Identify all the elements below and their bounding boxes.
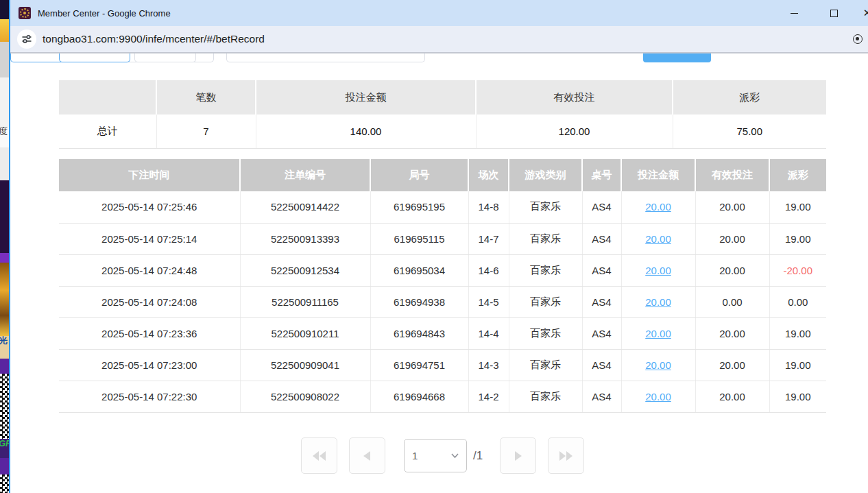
page-content: 笔数 投注金额 有效投注 派彩 总计 7 140.00 120.00 75.00 <box>10 53 868 493</box>
bet-amount-link[interactable]: 20.00 <box>645 265 671 276</box>
session-cell: 14-4 <box>468 317 509 349</box>
left-arrow-icon <box>363 451 370 461</box>
col-header-round-id: 局号 <box>370 159 468 191</box>
col-header-game-type: 游戏类别 <box>509 159 582 191</box>
col-header-session: 场次 <box>468 159 509 191</box>
valid-bet-cell: 0.00 <box>695 286 769 317</box>
valid-bet-cell: 20.00 <box>695 254 769 286</box>
bet-time-cell: 2025-05-14 07:25:46 <box>59 191 240 223</box>
bg-purple-bar <box>0 359 9 374</box>
records-body: 2025-05-14 07:25:46 522500914422 6196951… <box>59 191 826 412</box>
table-no-cell: AS4 <box>582 223 621 254</box>
session-cell: 14-3 <box>468 349 509 381</box>
valid-bet-cell: 20.00 <box>695 317 769 349</box>
game-type-cell: 百家乐 <box>509 286 582 317</box>
bet-id-cell: 522500908022 <box>240 381 370 412</box>
bet-id-cell: 522500912534 <box>240 254 370 286</box>
total-label-cell: 总计 <box>59 115 156 148</box>
table-row: 2025-05-14 07:22:30 522500908022 6196946… <box>59 381 826 412</box>
site-settings-tune-icon[interactable] <box>17 29 36 49</box>
col-header-bet-time: 下注时间 <box>59 159 240 191</box>
total-valid-bet-cell: 120.00 <box>476 115 673 148</box>
double-right-arrow-icon <box>559 451 572 461</box>
valid-bet-cell: 20.00 <box>695 349 769 381</box>
browser-window: Member Center - Google Chrome ✕ tongbao3… <box>9 0 868 493</box>
page-select-value: 1 <box>412 450 418 461</box>
bet-time-cell: 2025-05-14 07:24:08 <box>59 286 240 317</box>
round-id-cell: 619695115 <box>370 223 468 254</box>
bg-text-mid: 光 <box>0 336 9 345</box>
close-button[interactable]: ✕ <box>860 0 868 26</box>
summary-header-bet-amount: 投注金额 <box>256 80 476 115</box>
bet-amount-link[interactable]: 20.00 <box>645 201 671 213</box>
payout-cell: 19.00 <box>769 349 826 381</box>
prev-page-button[interactable] <box>349 437 385 474</box>
summary-header-payout: 派彩 <box>673 80 826 115</box>
bg-gray-block <box>0 42 9 77</box>
game-type-cell: 百家乐 <box>509 381 582 412</box>
bet-amount-cell: 20.00 <box>621 381 695 412</box>
filter-button-cut-2[interactable] <box>134 53 196 62</box>
game-type-cell: 百家乐 <box>509 223 582 254</box>
first-page-button[interactable] <box>301 437 337 474</box>
payout-cell: -20.00 <box>769 254 826 286</box>
double-left-arrow-icon <box>313 451 326 461</box>
bet-amount-link[interactable]: 20.00 <box>645 391 671 402</box>
bet-amount-link[interactable]: 20.00 <box>645 328 671 339</box>
bg-light-block <box>0 77 9 127</box>
search-button-cut[interactable] <box>643 53 711 62</box>
game-type-cell: 百家乐 <box>509 317 582 349</box>
target-icon[interactable] <box>853 34 863 44</box>
game-type-cell: 百家乐 <box>509 349 582 381</box>
round-id-cell: 619694938 <box>370 286 468 317</box>
minimize-button[interactable] <box>787 0 801 26</box>
summary-total-row: 总计 7 140.00 120.00 75.00 <box>59 115 826 148</box>
bet-id-cell: 522500911165 <box>240 286 370 317</box>
bet-time-cell: 2025-05-14 07:22:30 <box>59 381 240 412</box>
round-id-cell: 619694668 <box>370 381 468 412</box>
bet-amount-cell: 20.00 <box>621 349 695 381</box>
bet-time-cell: 2025-05-14 07:24:48 <box>59 254 240 286</box>
page-select[interactable]: 1 <box>404 439 467 472</box>
bg-qr-code-fragment <box>0 374 9 439</box>
payout-cell: 19.00 <box>769 317 826 349</box>
total-payout-cell: 75.00 <box>673 115 826 148</box>
bg-gold-banner <box>0 263 9 336</box>
payout-cell: 0.00 <box>769 286 826 317</box>
records-header-row: 下注时间 注单编号 局号 场次 游戏类别 桌号 投注金额 有效投注 派彩 <box>59 159 826 191</box>
bg-purple-block <box>0 180 9 253</box>
next-page-button[interactable] <box>500 437 536 474</box>
bet-amount-link[interactable]: 20.00 <box>645 296 671 308</box>
bg-text-fragment: 度 <box>0 127 9 147</box>
maximize-button[interactable] <box>827 0 841 26</box>
table-row: 2025-05-14 07:23:36 522500910211 6196948… <box>59 317 826 349</box>
bg-qr-code-fragment-2 <box>0 474 9 493</box>
date-range-input-cut[interactable] <box>226 53 425 62</box>
bg-gold-block <box>0 19 9 42</box>
last-page-button[interactable] <box>548 437 584 474</box>
bet-records-table: 下注时间 注单编号 局号 场次 游戏类别 桌号 投注金额 有效投注 派彩 202… <box>59 159 826 413</box>
bet-amount-cell: 20.00 <box>621 223 695 254</box>
col-header-table-no: 桌号 <box>582 159 621 191</box>
valid-bet-cell: 20.00 <box>695 191 769 223</box>
summary-table: 笔数 投注金额 有效投注 派彩 总计 7 140.00 120.00 75.00 <box>59 80 826 149</box>
site-favicon-icon <box>19 7 31 19</box>
background-window-strip: 度 光 GR <box>0 0 9 493</box>
pagination: 1 /1 <box>59 437 826 474</box>
col-header-payout: 派彩 <box>769 159 826 191</box>
bet-id-cell: 522500909041 <box>240 349 370 381</box>
bg-text-top: 度 <box>0 127 9 136</box>
summary-header-row: 笔数 投注金额 有效投注 派彩 <box>59 80 826 115</box>
bg-text-fragment-3: GR <box>0 439 9 458</box>
bg-violet-bar <box>0 253 9 263</box>
table-no-cell: AS4 <box>582 317 621 349</box>
bet-amount-link[interactable]: 20.00 <box>645 359 671 371</box>
bet-amount-link[interactable]: 20.00 <box>645 233 671 245</box>
bet-amount-cell: 20.00 <box>621 191 695 223</box>
url-text[interactable]: tongbao31.com:9900/infe/mcenter/#/betRec… <box>43 33 265 45</box>
filter-button-cut-1[interactable] <box>59 53 130 62</box>
bet-time-cell: 2025-05-14 07:23:00 <box>59 349 240 381</box>
bg-dark-block <box>0 0 9 19</box>
bg-purple-bar-2 <box>0 458 9 474</box>
table-row: 2025-05-14 07:25:14 522500913393 6196951… <box>59 223 826 254</box>
